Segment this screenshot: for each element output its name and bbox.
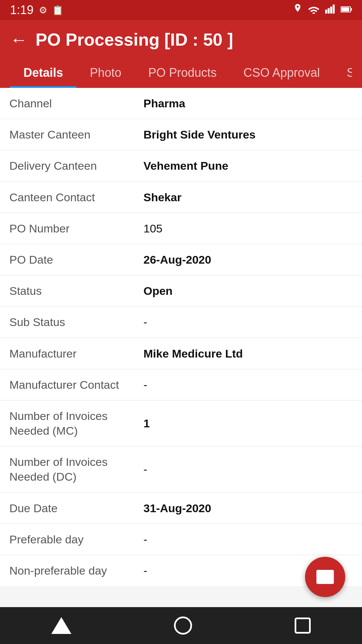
value-status: Open [134, 275, 362, 306]
label-manufacturer: Manufacturer [0, 338, 134, 369]
home-circle-icon [174, 616, 192, 635]
value-preferable-day: - [134, 524, 362, 555]
label-invoices-mc: Number of Invoices Needed (MC) [0, 400, 134, 446]
value-delivery-canteen: Vehement Pune [134, 150, 362, 181]
location-icon [293, 3, 302, 17]
row-preferable-day: Preferable day - [0, 524, 362, 555]
row-invoices-mc: Number of Invoices Needed (MC) 1 [0, 400, 362, 446]
label-sub-status: Sub Status [0, 307, 134, 337]
svg-rect-5 [341, 7, 349, 11]
row-manufacturer-contact: Manufacturer Contact - [0, 369, 362, 400]
status-bar-left: 1:19 ⚙ 📋 [10, 3, 64, 17]
row-channel: Channel Pharma [0, 88, 362, 119]
label-delivery-canteen: Delivery Canteen [0, 150, 134, 181]
value-manufacturer-contact: - [134, 369, 362, 400]
label-preferable-day: Preferable day [0, 524, 134, 555]
value-due-date: 31-Aug-2020 [134, 493, 362, 524]
fab-chat-button[interactable] [305, 557, 345, 597]
value-invoices-dc: - [134, 446, 362, 492]
back-button[interactable]: ← [10, 31, 27, 48]
settings-icon: ⚙ [39, 5, 47, 16]
row-po-date: PO Date 26-Aug-2020 [0, 244, 362, 275]
value-canteen-contact: Shekar [134, 182, 362, 213]
value-sub-status: - [134, 307, 362, 337]
row-canteen-contact: Canteen Contact Shekar [0, 182, 362, 213]
row-master-canteen: Master Canteen Bright Side Ventures [0, 119, 362, 150]
nav-back-button[interactable] [51, 617, 71, 634]
label-po-number: PO Number [0, 213, 134, 244]
tab-po-products[interactable]: PO Products [135, 58, 230, 88]
wifi-icon [308, 4, 320, 16]
back-triangle-icon [51, 617, 71, 634]
row-due-date: Due Date 31-Aug-2020 [0, 493, 362, 524]
label-status: Status [0, 275, 134, 306]
recent-square-icon [295, 618, 311, 634]
nav-home-button[interactable] [174, 616, 192, 635]
row-sub-status: Sub Status - [0, 307, 362, 338]
tab-details[interactable]: Details [10, 58, 76, 88]
tab-photo[interactable]: Photo [76, 58, 135, 88]
tab-cso-approval[interactable]: CSO Approval [230, 58, 333, 88]
svg-rect-6 [351, 8, 352, 11]
row-invoices-dc: Number of Invoices Needed (DC) - [0, 446, 362, 492]
label-non-preferable-day: Non-preferable day [0, 555, 134, 586]
label-manufacturer-contact: Manufacturer Contact [0, 369, 134, 400]
label-channel: Channel [0, 88, 134, 119]
svg-rect-0 [325, 9, 327, 13]
detail-content: Channel Pharma Master Canteen Bright Sid… [0, 88, 362, 586]
value-po-date: 26-Aug-2020 [134, 244, 362, 275]
value-channel: Pharma [134, 88, 362, 119]
row-po-number: PO Number 105 [0, 213, 362, 244]
svg-rect-1 [328, 8, 330, 14]
battery-icon [341, 5, 352, 15]
signal-icon [325, 4, 335, 16]
value-master-canteen: Bright Side Ventures [134, 119, 362, 150]
svg-rect-3 [333, 4, 335, 13]
row-status: Status Open [0, 275, 362, 307]
label-po-date: PO Date [0, 244, 134, 275]
page-title: PO Processing [ID : 50 ] [36, 30, 233, 50]
value-invoices-mc: 1 [134, 400, 362, 446]
chat-icon [316, 570, 334, 584]
label-due-date: Due Date [0, 493, 134, 524]
status-time: 1:19 [10, 3, 34, 17]
value-po-number: 105 [134, 213, 362, 244]
row-manufacturer: Manufacturer Mike Medicure Ltd [0, 338, 362, 369]
value-manufacturer: Mike Medicure Ltd [134, 338, 362, 369]
label-invoices-dc: Number of Invoices Needed (DC) [0, 446, 134, 492]
status-icons: ⚙ 📋 [39, 5, 64, 16]
header-title-row: ← PO Processing [ID : 50 ] [10, 30, 352, 58]
clipboard-icon: 📋 [52, 5, 64, 16]
label-canteen-contact: Canteen Contact [0, 182, 134, 213]
header: ← PO Processing [ID : 50 ] Details Photo… [0, 20, 362, 88]
svg-rect-2 [330, 6, 332, 13]
tab-sta[interactable]: Sta... [333, 58, 352, 88]
label-master-canteen: Master Canteen [0, 119, 134, 150]
nav-recent-button[interactable] [295, 618, 311, 634]
tabs-container: Details Photo PO Products CSO Approval S… [10, 58, 352, 88]
row-delivery-canteen: Delivery Canteen Vehement Pune [0, 150, 362, 181]
navigation-bar [0, 607, 362, 644]
status-bar: 1:19 ⚙ 📋 [0, 0, 362, 20]
status-bar-right [293, 3, 352, 17]
